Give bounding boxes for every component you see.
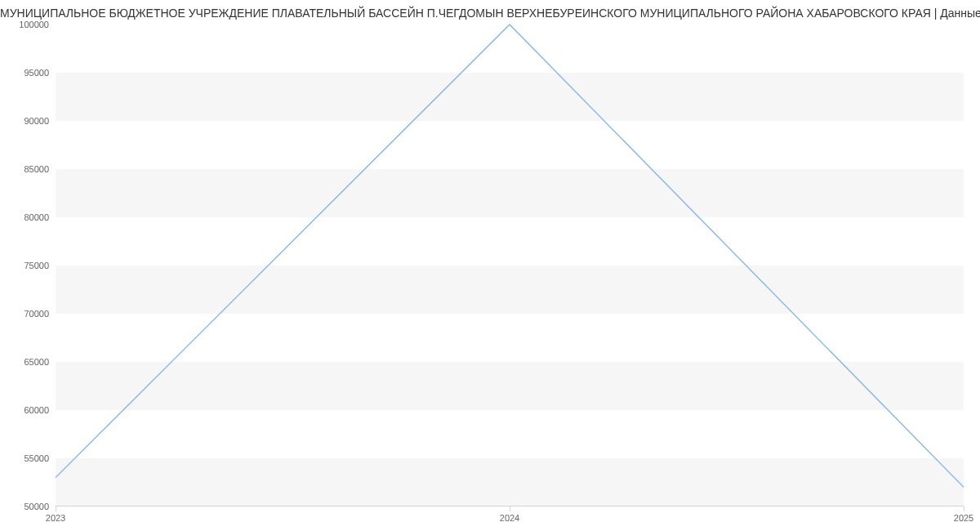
y-axis-label: 95000 — [24, 68, 49, 78]
chart-line-svg — [56, 25, 964, 506]
data-series-line — [56, 25, 964, 487]
y-axis-label: 80000 — [24, 212, 49, 222]
plot-area: 5000055000600006500070000750008000085000… — [56, 25, 964, 506]
y-axis-label: 90000 — [24, 116, 49, 126]
y-axis-label: 85000 — [24, 164, 49, 174]
y-axis-label: 65000 — [24, 357, 49, 367]
y-axis-label: 70000 — [24, 309, 49, 319]
x-axis-label: 2023 — [46, 513, 65, 523]
y-axis-label: 50000 — [24, 502, 49, 511]
x-axis-label: 2025 — [954, 513, 973, 523]
y-axis-label: 55000 — [24, 453, 49, 463]
x-axis-tick — [510, 506, 510, 511]
y-axis-label: 100000 — [19, 20, 49, 29]
y-axis-label: 75000 — [24, 261, 49, 270]
x-axis-label: 2024 — [500, 513, 519, 523]
x-axis-tick — [964, 506, 964, 511]
chart-title: МУНИЦИПАЛЬНОЕ БЮДЖЕТНОЕ УЧРЕЖДЕНИЕ ПЛАВА… — [0, 0, 980, 26]
x-axis-tick — [56, 506, 56, 511]
chart-container: МУНИЦИПАЛЬНОЕ БЮДЖЕТНОЕ УЧРЕЖДЕНИЕ ПЛАВА… — [0, 0, 980, 531]
y-axis-label: 60000 — [24, 405, 49, 415]
